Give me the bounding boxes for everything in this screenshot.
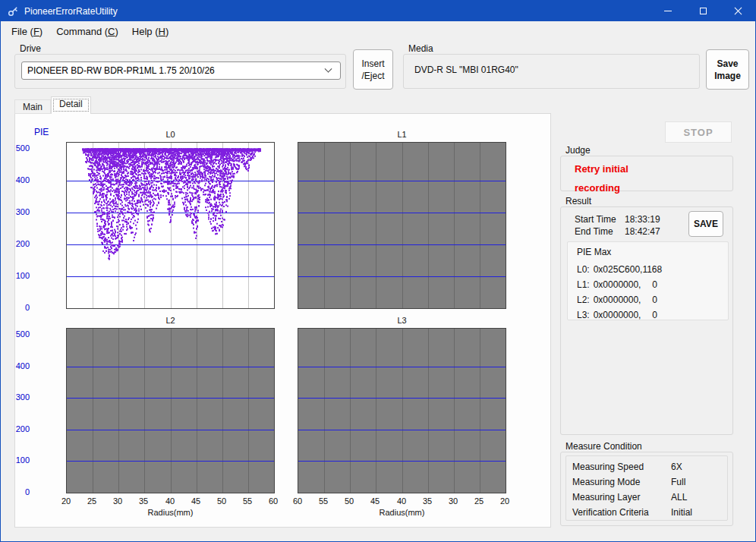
app-icon	[8, 6, 18, 17]
pie-max-label: PIE Max	[577, 247, 728, 257]
y-tick-label: 300	[0, 207, 30, 216]
gridline-vertical	[454, 143, 455, 308]
measuring-layer-value: ALL	[671, 490, 687, 505]
y-tick-labels-l0: 0100200300400500	[16, 142, 48, 309]
start-time-label: Start Time	[575, 214, 625, 225]
insert-eject-line1: Insert	[354, 58, 392, 70]
pie-max-panel: PIE Max L0:0x025C600,1168 L1:0x0000000,0…	[567, 241, 729, 320]
chart-l1: L1	[298, 142, 506, 309]
chart-title-l3: L3	[298, 316, 506, 325]
pie-max-row-l2: L2:0x0000000,0	[577, 292, 657, 307]
menu-command-key: C	[108, 26, 115, 37]
minimize-button[interactable]	[650, 1, 685, 21]
media-group-box: DVD-R SL "MBI 01RG40"	[403, 54, 700, 89]
maximize-button[interactable]	[685, 1, 720, 21]
x-tick-label: 55	[312, 496, 335, 506]
menu-help-key: H	[159, 26, 165, 37]
gridline-horizontal	[67, 430, 274, 430]
media-group: Media DVD-R SL "MBI 01RG40"	[403, 43, 700, 89]
menu-file-key: F	[33, 26, 39, 37]
x-tick-label: 60	[286, 496, 309, 506]
y-tick-label: 400	[0, 175, 30, 184]
gridline-horizontal	[298, 213, 506, 213]
y-tick-label: 100	[0, 271, 30, 280]
y-tick-label: 0	[0, 487, 30, 496]
measuring-speed-label: Measuring Speed	[572, 459, 671, 474]
drive-group-box: PIONEER BD-RW BDR-PR1ML 1.75 20/10/26	[14, 54, 346, 89]
gridline-horizontal	[67, 461, 274, 462]
menu-command[interactable]: Command (C)	[49, 21, 125, 42]
gridline-vertical	[428, 329, 429, 493]
maximize-icon	[700, 8, 707, 14]
gridline-horizontal	[67, 367, 274, 367]
pie-max-l3-name: L3:	[577, 307, 590, 323]
measure-condition-table: Measuring Speed6X Measuring ModeFull Mea…	[565, 455, 728, 521]
measuring-speed-value: 6X	[671, 459, 682, 474]
media-value: DVD-R SL "MBI 01RG40"	[414, 65, 518, 75]
gridline-vertical	[93, 329, 93, 493]
y-axis-title: PIE	[34, 127, 49, 137]
gridline-vertical	[118, 329, 119, 493]
gridline-horizontal	[298, 181, 506, 181]
menu-command-label-end: )	[115, 26, 118, 37]
x-axis-label-l3: Radius(mm)	[298, 508, 506, 517]
x-tick-label: 35	[416, 496, 439, 506]
menu-help-label-end: )	[165, 26, 169, 37]
x-axis-label-l2: Radius(mm)	[66, 508, 275, 517]
pie-max-l0-value: 1168	[642, 262, 662, 277]
x-tick-label: 55	[236, 496, 259, 506]
gridline-vertical	[144, 329, 145, 493]
gridline-horizontal	[298, 276, 506, 277]
chart-plot-l0	[66, 142, 275, 309]
pie-max-l0-address: 0x025C600,	[594, 262, 643, 277]
drive-select[interactable]: PIONEER BD-RW BDR-PR1ML 1.75 20/10/26	[21, 61, 341, 80]
chart-plot-l2	[66, 328, 275, 493]
x-tick-label: 50	[210, 496, 233, 506]
save-image-button[interactable]: Save Image	[706, 49, 749, 90]
insert-eject-button[interactable]: Insert /Eject	[353, 49, 393, 90]
y-tick-label: 500	[0, 143, 30, 153]
drive-group-label: Drive	[20, 43, 346, 54]
x-tick-label: 25	[80, 496, 103, 506]
result-group-box: Start Time18:33:19 End Time18:42:47 SAVE…	[560, 206, 733, 435]
close-button[interactable]	[720, 1, 755, 21]
pie-max-l1-value: 0	[641, 277, 657, 292]
measure-row-criteria: Verification CriteriaInitial	[566, 505, 727, 520]
x-tick-label: 25	[468, 496, 490, 506]
gridline-vertical	[480, 143, 480, 308]
chart-l0: L0 0100200300400500	[66, 142, 275, 309]
gridline-horizontal	[298, 461, 506, 462]
menu-file[interactable]: File (F)	[5, 21, 49, 42]
window-controls	[650, 1, 755, 21]
pie-max-row-l0: L0:0x025C600,1168	[577, 262, 657, 277]
judge-group-label: Judge	[565, 145, 733, 156]
gridline-vertical	[402, 143, 403, 308]
menu-help[interactable]: Help (H)	[125, 21, 175, 42]
pie-max-l2-address: 0x0000000,	[594, 292, 641, 307]
pie-max-l3-address: 0x0000000,	[594, 307, 641, 323]
x-tick-labels-l2: 202530354045505560	[66, 496, 275, 506]
tab-detail[interactable]: Detail	[51, 96, 91, 114]
insert-eject-line2: /Eject	[354, 70, 392, 82]
gridline-horizontal	[298, 430, 506, 430]
x-tick-label: 50	[338, 496, 361, 506]
pie-max-l2-name: L2:	[577, 292, 590, 307]
y-tick-label: 200	[0, 424, 30, 433]
x-tick-label: 20	[55, 496, 77, 506]
save-button[interactable]: SAVE	[688, 211, 723, 237]
measuring-layer-label: Measuring Layer	[572, 490, 671, 505]
tab-strip: Main Detail	[14, 96, 91, 114]
y-tick-label: 100	[0, 455, 30, 465]
start-time-row: Start Time18:33:19	[575, 214, 660, 225]
verification-criteria-label: Verification Criteria	[572, 505, 671, 520]
stop-button[interactable]: STOP	[665, 121, 732, 143]
result-group-label: Result	[565, 196, 733, 206]
scatter-series-canvas	[67, 143, 274, 308]
tab-main[interactable]: Main	[14, 99, 51, 114]
x-tick-label: 60	[262, 496, 285, 506]
measure-condition-group: Measure Condition Measuring Speed6X Meas…	[560, 441, 733, 526]
y-tick-label: 300	[0, 392, 30, 402]
gridline-vertical	[376, 329, 376, 493]
x-tick-label: 30	[106, 496, 129, 506]
x-tick-label: 40	[390, 496, 413, 506]
